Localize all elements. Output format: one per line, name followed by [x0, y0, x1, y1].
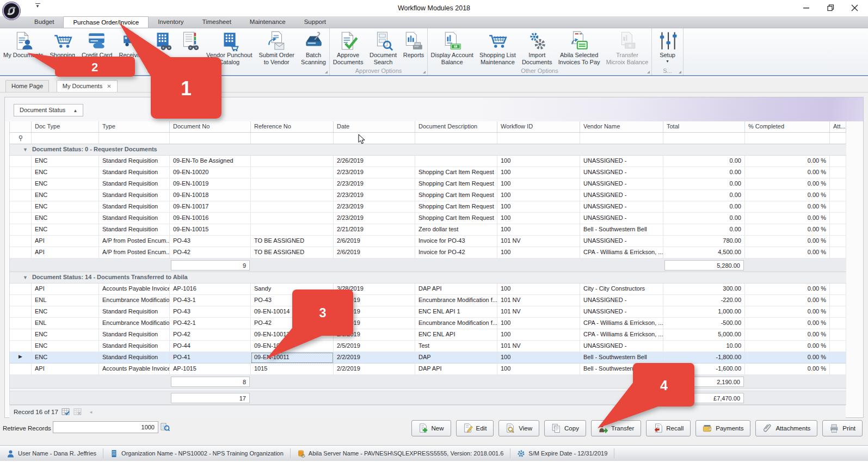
filter-cell[interactable] [251, 133, 334, 144]
cell[interactable]: 0.00 [663, 156, 745, 167]
cell[interactable] [251, 201, 334, 213]
cell[interactable]: Standard Requisition [99, 156, 170, 167]
cell[interactable]: Invoice for PO-42 [415, 247, 497, 258]
cell[interactable]: API [32, 236, 99, 247]
column-header-document-description[interactable]: Document Description [415, 121, 497, 133]
column-header-vendor-name[interactable]: Vendor Name [580, 121, 663, 133]
cell[interactable]: DAP API [415, 364, 497, 375]
grid-commit-icon[interactable] [61, 408, 70, 416]
cell[interactable]: ENC [32, 190, 99, 201]
cell[interactable] [830, 341, 846, 352]
cell[interactable]: 101 NV [497, 341, 580, 352]
row-indicator-cell[interactable] [10, 190, 32, 201]
cell[interactable]: Standard Requisition [99, 201, 170, 213]
cell[interactable]: API [32, 284, 99, 295]
cell[interactable]: 0.00 % [745, 247, 830, 258]
cell[interactable]: ENC [32, 306, 99, 318]
cell[interactable]: Bell - Southwestern Bell [580, 224, 663, 236]
cell[interactable] [830, 306, 846, 318]
cell[interactable] [830, 224, 846, 236]
column-header-total[interactable]: Total [663, 121, 745, 133]
cell[interactable]: UNASSIGNED - [580, 295, 663, 306]
cell[interactable]: -500.00 [663, 318, 745, 329]
table-row[interactable]: ENCStandard Requisition09-EN-100152/21/2… [10, 224, 846, 236]
cell[interactable]: 09-EN-10017 [170, 201, 251, 213]
cell[interactable]: ENC [32, 156, 99, 167]
cell[interactable]: TO BE ASSIGNED [251, 247, 334, 258]
minimize-button[interactable] [798, 2, 815, 14]
cell[interactable]: 0.00 % [745, 236, 830, 247]
cell[interactable]: 0.00 % [745, 295, 830, 306]
cell[interactable]: ENC [32, 341, 99, 352]
cell[interactable]: Shopping Cart Item Request [415, 213, 497, 224]
table-row[interactable]: APIAccounts Payable InvoiceAP-101510152/… [10, 364, 846, 375]
cell[interactable]: Encumbrance Modification [99, 318, 170, 329]
filter-cell[interactable] [830, 133, 846, 144]
cell[interactable]: 300.00 [663, 284, 745, 295]
cell[interactable]: 100 [497, 352, 580, 364]
cell[interactable]: Standard Requisition [99, 341, 170, 352]
ribbon-tab-budget[interactable]: Budget [25, 16, 63, 28]
cell[interactable]: 0.00 [663, 224, 745, 236]
print-button[interactable]: Print [822, 420, 863, 436]
cell[interactable]: Standard Requisition [99, 213, 170, 224]
cell[interactable] [830, 213, 846, 224]
cell[interactable]: PO-42-1 [170, 318, 251, 329]
cell[interactable]: 100 [497, 156, 580, 167]
cell[interactable] [830, 364, 846, 375]
cell[interactable]: 0.00 [663, 201, 745, 213]
cell[interactable]: 100 [497, 190, 580, 201]
cell[interactable]: Shopping Cart Item Request [415, 190, 497, 201]
ribbon-tab-support[interactable]: Support [295, 16, 335, 28]
cell[interactable]: DAP [415, 352, 497, 364]
cell[interactable]: Shopping Cart Item Request [415, 201, 497, 213]
cell[interactable]: PO-43 [170, 306, 251, 318]
table-row[interactable]: ENCStandard RequisitionPO-4209-EN-100132… [10, 329, 846, 341]
table-row[interactable]: ENCStandard Requisition09-EN-100162/23/2… [10, 213, 846, 224]
cell[interactable]: A/P from Posted Encum... [99, 247, 170, 258]
cell[interactable]: 0.00 % [745, 318, 830, 329]
cell[interactable]: CPA - Williams & Errickson, ... [580, 318, 663, 329]
cell[interactable]: Encumbrance Modification [99, 295, 170, 306]
cell[interactable]: 2/23/2019 [334, 213, 415, 224]
cell[interactable]: Shopping Cart Item Request [415, 167, 497, 178]
cell[interactable]: UNASSIGNED - [580, 236, 663, 247]
table-row[interactable]: APIA/P from Posted Encum...PO-43TO BE AS… [10, 236, 846, 247]
cell[interactable]: 0.00 % [745, 224, 830, 236]
close-button[interactable] [846, 2, 863, 14]
cell[interactable]: 101 NV [497, 295, 580, 306]
table-row[interactable]: ENCStandard Requisition09-EN-100182/23/2… [10, 190, 846, 201]
cell[interactable]: 09-EN-To Be Assigned [170, 156, 251, 167]
cell[interactable] [830, 247, 846, 258]
ribbon-tab-maintenance[interactable]: Maintenance [241, 16, 295, 28]
cell[interactable]: Shopping Cart Item Request [415, 178, 497, 190]
cell[interactable] [251, 178, 334, 190]
copy-button[interactable]: Copy [544, 420, 586, 436]
cell[interactable]: DAP API [415, 284, 497, 295]
cell[interactable]: 0.00 % [745, 156, 830, 167]
row-indicator-cell[interactable] [10, 201, 32, 213]
dialog-launcher-icon[interactable] [679, 71, 681, 73]
cell[interactable]: API [32, 247, 99, 258]
column-header-date[interactable]: Date [334, 121, 415, 133]
cell[interactable]: 0.00 % [745, 284, 830, 295]
cell[interactable]: -220.00 [663, 295, 745, 306]
cell[interactable]: 0.00 % [745, 352, 830, 364]
cell[interactable]: 0.00 % [745, 213, 830, 224]
table-row[interactable]: ENCStandard Requisition09-EN-100202/23/2… [10, 167, 846, 178]
submit-order-button[interactable]: Submit Order to Vendor [258, 30, 296, 66]
cell[interactable] [251, 190, 334, 201]
cell[interactable] [830, 284, 846, 295]
column-header-doc-type[interactable]: Doc Type [32, 121, 99, 133]
cell[interactable]: PO-41 [170, 352, 251, 364]
cell[interactable]: 09-EN-10015 [170, 224, 251, 236]
approve-button[interactable]: Approve Documents [332, 30, 365, 66]
cell[interactable]: 100 [497, 318, 580, 329]
cell[interactable]: UNASSIGNED - [580, 167, 663, 178]
row-indicator-cell[interactable] [10, 306, 32, 318]
cell[interactable]: ENL [32, 295, 99, 306]
row-indicator-cell[interactable] [10, 236, 32, 247]
cell[interactable]: 2/26/2019 [334, 156, 415, 167]
cell[interactable]: 100 [497, 284, 580, 295]
filter-cell[interactable] [663, 133, 745, 144]
